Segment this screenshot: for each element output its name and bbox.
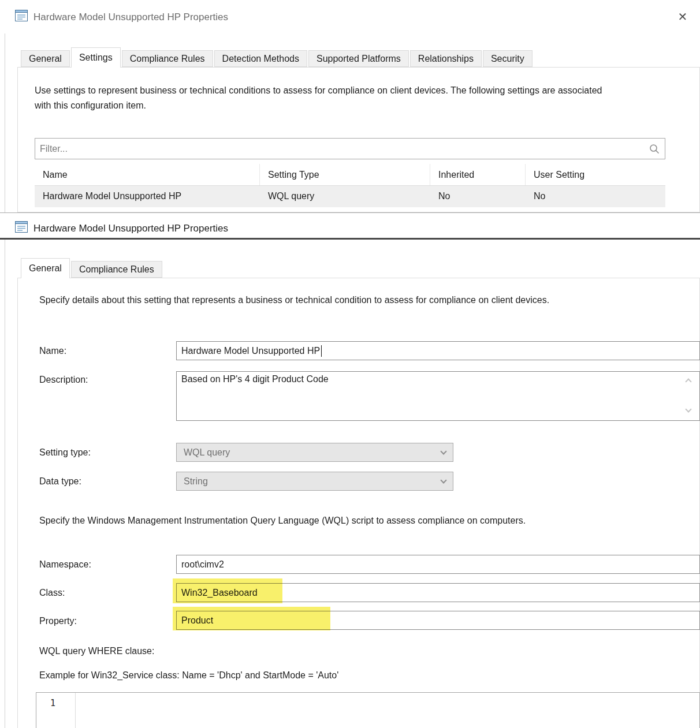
table-row[interactable]: Hardware Model Unsupported HP WQL query … xyxy=(35,186,665,207)
close-button[interactable]: ✕ xyxy=(670,7,695,27)
tab-detection-methods[interactable]: Detection Methods xyxy=(214,50,307,67)
tab-settings[interactable]: Settings xyxy=(71,47,121,68)
setting-type-label: Setting type: xyxy=(39,447,91,458)
namespace-label: Namespace: xyxy=(39,559,91,570)
tab-general[interactable]: General xyxy=(21,258,70,278)
properties-icon xyxy=(15,10,28,24)
class-label: Class: xyxy=(39,588,65,598)
column-header-name[interactable]: Name xyxy=(35,164,260,185)
titlebar-separator xyxy=(0,238,700,240)
settings-intro-text: Use settings to represent business or te… xyxy=(35,83,615,113)
chevron-down-icon xyxy=(440,448,446,454)
data-type-select: String xyxy=(176,472,453,491)
setting-type-select: WQL query xyxy=(176,443,453,462)
back-dialog: Hardware Model Unsupported HP Properties… xyxy=(0,0,700,212)
wql-editor[interactable]: 1 xyxy=(36,692,700,728)
back-tab-strip: General Settings Compliance Rules Detect… xyxy=(21,47,534,67)
front-dialog-title: Hardware Model Unsupported HP Properties xyxy=(33,223,228,234)
name-input[interactable]: Hardware Model Unsupported HP xyxy=(176,341,700,360)
column-header-inherited[interactable]: Inherited xyxy=(430,164,526,185)
general-intro-text: Specify details about this setting that … xyxy=(39,293,620,308)
cell-setting-type: WQL query xyxy=(260,186,430,207)
cell-name: Hardware Model Unsupported HP xyxy=(35,186,260,207)
where-clause-label: WQL query WHERE clause: xyxy=(39,646,154,656)
column-header-user-setting[interactable]: User Setting xyxy=(526,164,665,185)
settings-table-header: Name Setting Type Inherited User Setting xyxy=(35,164,665,186)
editor-text-area[interactable] xyxy=(76,693,699,728)
filter-input[interactable] xyxy=(35,139,649,159)
search-icon xyxy=(649,143,660,155)
text-caret xyxy=(321,345,322,357)
cell-inherited: No xyxy=(430,186,526,207)
screen: Hardware Model Unsupported HP Properties… xyxy=(0,0,700,728)
tab-supported-platforms[interactable]: Supported Platforms xyxy=(308,50,409,67)
name-label: Name: xyxy=(39,346,66,356)
tab-compliance-rules[interactable]: Compliance Rules xyxy=(71,261,162,278)
tab-security[interactable]: Security xyxy=(483,50,533,67)
property-label: Property: xyxy=(39,616,77,626)
editor-gutter: 1 xyxy=(36,693,76,728)
tab-relationships[interactable]: Relationships xyxy=(410,50,482,67)
example-text: Example for Win32_Service class: Name = … xyxy=(39,668,692,683)
data-type-label: Data type: xyxy=(39,476,81,487)
front-tab-strip: General Compliance Rules xyxy=(21,258,163,278)
tab-compliance-rules[interactable]: Compliance Rules xyxy=(122,50,213,67)
column-header-setting-type[interactable]: Setting Type xyxy=(260,164,430,185)
front-dialog: Hardware Model Unsupported HP Properties… xyxy=(0,212,700,728)
wql-intro-text: Specify the Windows Management Instrumen… xyxy=(39,513,692,528)
back-dialog-left-border xyxy=(5,33,5,212)
filter-box xyxy=(35,138,665,159)
line-number: 1 xyxy=(50,698,55,708)
name-input-value: Hardware Model Unsupported HP xyxy=(181,346,320,356)
properties-icon xyxy=(15,221,28,235)
back-dialog-title: Hardware Model Unsupported HP Properties xyxy=(33,12,228,23)
front-dialog-left-border xyxy=(5,240,5,728)
cell-user-setting: No xyxy=(526,186,665,207)
data-type-value: String xyxy=(184,476,208,487)
class-input[interactable] xyxy=(176,583,700,602)
namespace-input[interactable] xyxy=(176,555,700,574)
chevron-down-icon xyxy=(440,477,446,483)
setting-type-value: WQL query xyxy=(184,447,230,458)
description-textarea[interactable]: Based on HP's 4 digit Product Code xyxy=(176,371,700,421)
property-input[interactable] xyxy=(176,611,700,630)
description-label: Description: xyxy=(39,375,88,385)
tab-general[interactable]: General xyxy=(21,50,70,67)
